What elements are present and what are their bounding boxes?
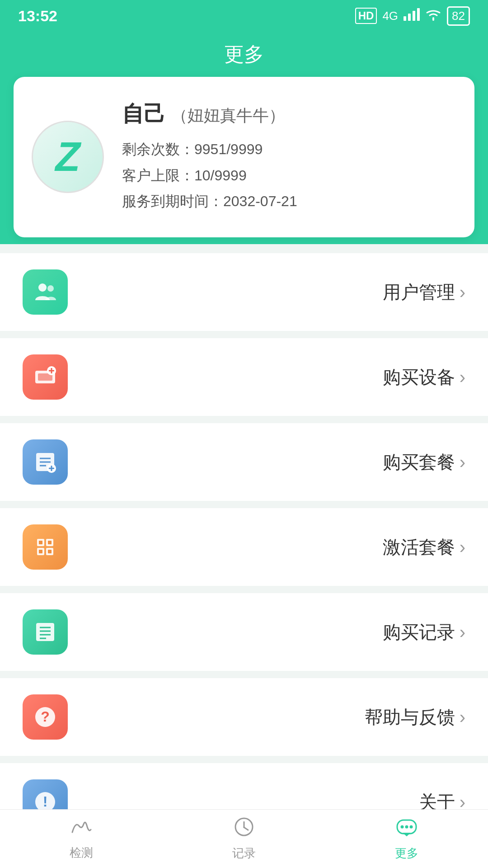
page-title: 更多 [224,41,264,68]
profile-client-limit: 客户上限：10/9999 [122,163,452,189]
svg-rect-25 [48,550,52,553]
activate-plan-icon [23,524,68,570]
avatar: Z [32,121,104,193]
svg-point-39 [401,826,404,829]
buy-device-label: 购买设备 [383,365,455,390]
menu-item-buy-plan[interactable]: 购买套餐 › [0,423,488,501]
user-management-chevron: › [460,282,465,302]
more-icon [395,816,418,842]
svg-point-41 [410,826,413,829]
wifi-icon [425,8,441,24]
status-bar: 13:52 HD 4G 82 [0,0,488,32]
user-management-label: 用户管理 [383,280,455,305]
svg-line-37 [244,827,248,830]
svg-rect-1 [408,14,411,21]
svg-rect-22 [39,541,42,544]
menu-item-purchase-record[interactable]: 购买记录 › [0,593,488,671]
menu-item-help-feedback[interactable]: ? 帮助与反馈 › [0,678,488,756]
menu-item-user-management[interactable]: 用户管理 › [0,253,488,331]
profile-expire-date: 服务到期时间：2032-07-21 [122,189,452,215]
help-feedback-chevron: › [460,707,465,727]
activate-plan-label: 激活套餐 [383,535,455,560]
buy-plan-label: 购买套餐 [383,450,455,475]
menu-item-activate-plan[interactable]: 激活套餐 › [0,508,488,586]
profile-remaining-count: 剩余次数：9951/9999 [122,137,452,163]
record-icon [234,816,254,842]
svg-text:?: ? [41,708,50,725]
status-time: 13:52 [18,7,57,25]
detect-label: 检测 [70,845,93,861]
detect-icon [70,817,93,841]
about-chevron: › [460,792,465,810]
svg-point-5 [47,285,54,292]
tab-record[interactable]: 记录 [205,812,283,866]
buy-device-chevron: › [460,367,465,387]
about-label: 关于 [419,790,455,810]
tab-bar: 检测 记录 更多 [0,809,488,868]
about-icon: ! [23,779,68,809]
buy-device-icon [23,354,68,400]
purchase-record-chevron: › [460,622,465,642]
tab-detect[interactable]: 检测 [42,812,120,865]
tab-more[interactable]: 更多 [368,812,446,866]
svg-point-4 [38,283,47,292]
status-icons: HD 4G 82 [355,6,470,26]
record-label: 记录 [232,845,256,861]
activate-plan-chevron: › [460,537,465,557]
svg-rect-3 [417,8,420,21]
purchase-record-label: 购买记录 [383,620,455,645]
user-management-icon [23,269,68,315]
buy-plan-chevron: › [460,452,465,472]
purchase-record-icon [23,609,68,655]
profile-name: 自己 （妞妞真牛牛） [122,99,452,128]
svg-rect-0 [404,16,406,21]
battery-icon: 82 [447,6,470,26]
hd-icon: HD [355,8,377,24]
svg-rect-24 [39,550,42,553]
page-header: 更多 [0,32,488,77]
svg-text:!: ! [43,793,48,809]
menu-item-about[interactable]: ! 关于 › [0,763,488,809]
svg-point-40 [405,826,408,829]
profile-card: Z 自己 （妞妞真牛牛） 剩余次数：9951/9999 客户上限：10/9999… [14,77,474,237]
help-feedback-label: 帮助与反馈 [365,705,455,730]
menu-list: 用户管理 › 购买设备 › [0,244,488,809]
svg-rect-2 [413,11,415,21]
help-feedback-icon: ? [23,694,68,740]
avatar-letter: Z [56,134,80,180]
svg-rect-23 [48,541,52,544]
4g-icon: 4G [382,9,398,23]
signal-icon [404,8,420,24]
menu-item-buy-device[interactable]: 购买设备 › [0,338,488,416]
buy-plan-icon [23,439,68,485]
more-label: 更多 [395,845,418,861]
profile-info: 自己 （妞妞真牛牛） 剩余次数：9951/9999 客户上限：10/9999 服… [122,99,452,215]
profile-nickname: （妞妞真牛牛） [171,106,285,125]
